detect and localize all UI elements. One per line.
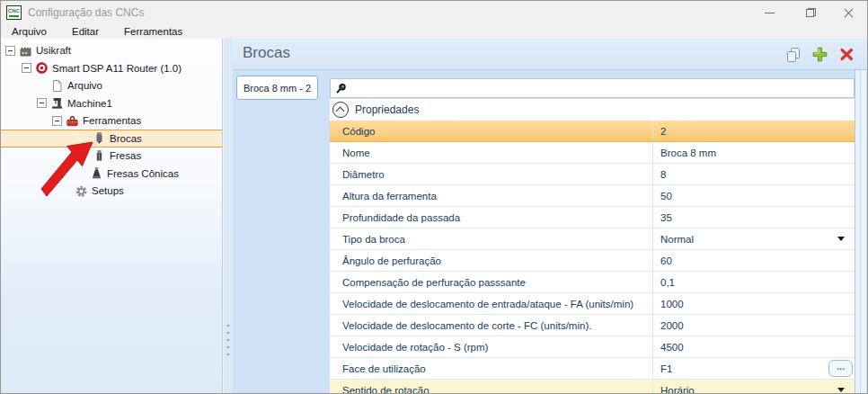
- drill-icon: [93, 131, 106, 145]
- group-label: Propriedades: [355, 103, 419, 116]
- property-value[interactable]: 4500: [652, 336, 855, 357]
- property-row-profundidade-da-passada[interactable]: Profundidade da passada 35: [330, 207, 855, 228]
- search-input[interactable]: [350, 81, 854, 95]
- search-box: [330, 78, 855, 98]
- property-grid: Propriedades Código 2 Nome Broca 8 mm Di…: [330, 99, 855, 394]
- property-row-altura-da-ferramenta[interactable]: Altura da ferramenta 50: [330, 185, 855, 207]
- property-value[interactable]: 8: [652, 164, 855, 184]
- property-label: Velocidade de rotação - S (rpm): [330, 336, 652, 357]
- property-label: Nome: [330, 142, 652, 163]
- panel-title: Brocas: [243, 44, 290, 62]
- property-value[interactable]: Broca 8 mm: [652, 142, 855, 163]
- property-label: Diâmetro: [330, 164, 652, 184]
- property-label: Face de utilização: [330, 358, 652, 379]
- copy-button[interactable]: [784, 45, 802, 64]
- panel-body: Broca 8 mm - 2 Propriedades Código: [233, 70, 867, 393]
- restore-icon: [806, 8, 816, 17]
- property-value[interactable]: 2: [652, 121, 855, 141]
- tree-item-ferramentas[interactable]: Ferramentas: [1, 112, 222, 130]
- property-row-nome[interactable]: Nome Broca 8 mm: [330, 142, 855, 164]
- window-body: Usikraft Smart DSP A11 Router (1.0) Arqu…: [1, 39, 867, 393]
- tree-item-machine1[interactable]: Machine1: [1, 94, 222, 112]
- add-button[interactable]: [810, 45, 829, 64]
- property-label: Tipo da broca: [330, 228, 652, 249]
- property-value[interactable]: 35: [652, 207, 855, 228]
- title-bar: CNC Configuração das CNCs: [1, 1, 867, 24]
- dropdown-arrow-icon[interactable]: [837, 237, 845, 241]
- property-value[interactable]: 50: [652, 185, 855, 206]
- document-icon: [50, 79, 64, 93]
- property-row-sentido-de-rota-o[interactable]: Sentido de rotação Horário: [330, 380, 855, 394]
- menu-ferramentas[interactable]: Ferramentas: [122, 26, 193, 37]
- property-value[interactable]: 0,1: [652, 272, 855, 292]
- property-label: Código: [330, 121, 652, 141]
- menu-editar[interactable]: Editar: [70, 26, 110, 37]
- property-row-velocidade-de-rota-o-s-rpm-[interactable]: Velocidade de rotação - S (rpm) 4500: [330, 336, 855, 358]
- detail-panel: Brocas: [233, 39, 867, 393]
- property-row-velocidade-de-deslocamento-de-corte-fc-u[interactable]: Velocidade de deslocamento de corte - FC…: [330, 315, 855, 336]
- app-window: CNC Configuração das CNCs Arquivo Editar…: [0, 0, 868, 394]
- tree-item-usikraft[interactable]: Usikraft: [1, 42, 222, 60]
- vertical-scrollbar[interactable]: [855, 70, 866, 393]
- property-row--ngulo-de-perfura-o[interactable]: Ângulo de perfuração 60: [330, 250, 855, 272]
- menu-arquivo[interactable]: Arquivo: [10, 26, 58, 37]
- dropdown-arrow-icon[interactable]: [837, 388, 845, 392]
- router-icon: [35, 61, 49, 75]
- property-label: Velocidade de deslocamento de entrada/at…: [330, 293, 652, 314]
- menu-bar: Arquivo Editar Ferramentas: [1, 24, 867, 39]
- property-row-compensa-o-de-perfura-o-passsante[interactable]: Compensação de perfuração passsante 0,1: [330, 272, 855, 293]
- tree-item-fresas[interactable]: Fresas: [1, 148, 222, 166]
- property-value[interactable]: Horário: [652, 380, 855, 394]
- cone-bit-icon: [90, 166, 103, 180]
- property-row-tipo-da-broca[interactable]: Tipo da broca Normal: [330, 228, 855, 250]
- collapse-expander-icon[interactable]: [22, 63, 31, 73]
- machine-icon: [50, 96, 64, 110]
- minimize-icon: [765, 13, 775, 13]
- property-label: Ângulo de perfuração: [330, 250, 652, 271]
- restore-button[interactable]: [795, 1, 826, 24]
- property-value[interactable]: 2000: [652, 315, 855, 336]
- tab-broca-8mm[interactable]: Broca 8 mm - 2: [236, 76, 318, 100]
- toolbox-icon: [66, 114, 79, 128]
- property-label: Altura da ferramenta: [330, 185, 652, 206]
- property-value[interactable]: F1...: [652, 358, 855, 379]
- tree-item-fresas-c-nicas[interactable]: Fresas Cônicas: [1, 165, 222, 183]
- app-icon: CNC: [6, 5, 22, 20]
- property-row-di-metro[interactable]: Diâmetro 8: [330, 164, 855, 185]
- window-title: Configuração das CNCs: [28, 6, 144, 19]
- property-value[interactable]: Normal: [652, 228, 855, 249]
- property-label: Velocidade de deslocamento de corte - FC…: [330, 315, 652, 336]
- minimize-button[interactable]: [754, 1, 784, 24]
- config-tree: Usikraft Smart DSP A11 Router (1.0) Arqu…: [1, 39, 223, 393]
- add-icon: [811, 46, 828, 63]
- panel-header: Brocas: [233, 39, 867, 70]
- endmill-icon: [93, 149, 106, 163]
- property-label: Compensação de perfuração passsante: [330, 272, 652, 292]
- property-row-velocidade-de-deslocamento-de-entrada-at[interactable]: Velocidade de deslocamento de entrada/at…: [330, 293, 855, 315]
- copy-icon: [784, 46, 802, 64]
- tree-item-smart-dsp-a11-router-1-0-[interactable]: Smart DSP A11 Router (1.0): [1, 59, 222, 77]
- search-icon: [335, 83, 347, 94]
- property-value[interactable]: 1000: [652, 293, 855, 314]
- gear-icon: [75, 184, 88, 198]
- collapse-expander-icon[interactable]: [5, 46, 15, 56]
- panel-toolbar: [784, 45, 856, 64]
- property-value[interactable]: 60: [652, 250, 855, 271]
- property-label: Profundidade da passada: [330, 207, 652, 228]
- ellipsis-button[interactable]: ...: [828, 360, 853, 377]
- tree-item-arquivo[interactable]: Arquivo: [1, 77, 222, 95]
- group-row-propriedades: Propriedades: [330, 99, 855, 121]
- factory-icon: [19, 44, 32, 58]
- tree-item-setups[interactable]: Setups: [1, 183, 222, 201]
- delete-icon: [839, 47, 855, 62]
- panel-splitter[interactable]: [224, 39, 233, 393]
- property-row-c-digo[interactable]: Código 2: [330, 121, 855, 142]
- collapse-expander-icon[interactable]: [52, 116, 62, 126]
- property-row-face-de-utiliza-o[interactable]: Face de utilização F1...: [330, 358, 855, 380]
- close-button[interactable]: [833, 1, 864, 24]
- delete-button[interactable]: [837, 45, 856, 64]
- collapse-expander-icon[interactable]: [37, 98, 47, 108]
- property-label: Sentido de rotação: [330, 380, 652, 394]
- tree-item-brocas[interactable]: Brocas: [1, 130, 222, 148]
- collapse-button[interactable]: [332, 102, 349, 118]
